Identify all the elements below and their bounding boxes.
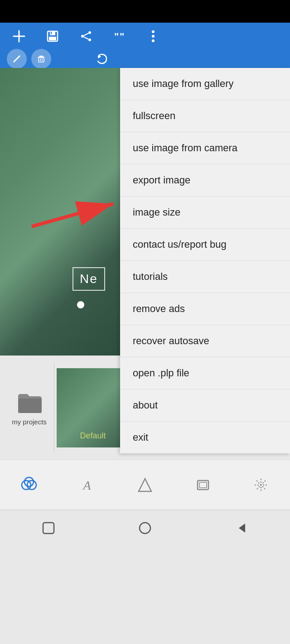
folder-icon: [16, 389, 43, 414]
nav-home-button[interactable]: [127, 514, 163, 542]
svg-point-15: [152, 39, 155, 42]
menu-item-fullscreen[interactable]: fullscreen: [120, 100, 290, 132]
delete-button[interactable]: [31, 49, 51, 69]
svg-rect-31: [199, 482, 207, 488]
menu-item-size[interactable]: image size: [120, 197, 290, 229]
share-button[interactable]: [76, 26, 96, 46]
svg-text:A: A: [82, 478, 91, 492]
menu-item-exit[interactable]: exit: [120, 422, 290, 453]
effects-tool-button[interactable]: [243, 467, 279, 503]
dropdown-menu: use image from gallery fullscreen use im…: [120, 68, 290, 453]
svg-point-37: [140, 523, 150, 533]
svg-rect-24: [18, 399, 42, 413]
menu-item-export[interactable]: export image: [120, 164, 290, 197]
menu-item-contact[interactable]: contact us/report bug: [120, 229, 290, 261]
my-projects-button[interactable]: my projects: [5, 362, 54, 453]
menu-item-tutorials[interactable]: tutorials: [120, 261, 290, 293]
top-toolbar: " ": [0, 23, 290, 68]
more-button[interactable]: [143, 26, 163, 46]
quote-button[interactable]: " ": [110, 26, 130, 46]
svg-point-13: [152, 30, 155, 33]
edit-button[interactable]: [7, 49, 27, 69]
svg-point-8: [81, 35, 84, 38]
svg-text:": ": [114, 31, 119, 42]
my-projects-label: my projects: [12, 418, 47, 426]
toolbar-row1: " ": [0, 23, 290, 50]
svg-rect-3: [50, 31, 55, 35]
save-button[interactable]: [43, 26, 63, 46]
template-default-label: Default: [80, 431, 106, 441]
svg-rect-4: [49, 37, 56, 40]
menu-item-camera[interactable]: use image from camera: [120, 132, 290, 164]
menu-item-about[interactable]: about: [120, 389, 290, 422]
menu-item-gallery[interactable]: use image from gallery: [120, 68, 290, 100]
shape-tool-button[interactable]: [127, 467, 163, 503]
text-tool-button[interactable]: A: [69, 467, 105, 503]
svg-point-14: [152, 35, 155, 38]
svg-marker-29: [139, 479, 151, 491]
add-button[interactable]: [9, 26, 29, 46]
svg-point-7: [88, 38, 91, 41]
menu-item-remove-ads[interactable]: remove ads: [120, 293, 290, 325]
nav-recent-button[interactable]: [30, 514, 67, 542]
svg-text:": ": [120, 31, 124, 42]
canvas-text: Ne: [80, 272, 98, 286]
status-bar: [0, 0, 290, 23]
svg-rect-36: [43, 523, 54, 533]
blend-tool-button[interactable]: [11, 467, 47, 503]
nav-back-button[interactable]: [223, 514, 260, 542]
undo-button[interactable]: [92, 49, 112, 69]
toolbar-row2: [0, 50, 290, 68]
svg-rect-5: [51, 32, 52, 34]
svg-rect-18: [39, 58, 44, 62]
svg-line-10: [84, 37, 88, 39]
template-default[interactable]: Default: [57, 368, 129, 447]
resize-handle[interactable]: [77, 301, 84, 308]
svg-point-6: [88, 31, 91, 34]
nav-bar: [0, 509, 290, 546]
canvas-text-element[interactable]: Ne: [72, 267, 105, 291]
svg-marker-38: [239, 524, 245, 533]
main-canvas-area: Ne use image from gallery fullscreen use…: [0, 68, 290, 356]
svg-line-9: [84, 34, 88, 36]
menu-item-plp[interactable]: open .plp file: [120, 357, 290, 389]
layer-tool-button[interactable]: [185, 467, 221, 503]
bottom-toolbar: A: [0, 460, 290, 509]
svg-rect-16: [39, 56, 43, 57]
menu-item-recover[interactable]: recover autosave: [120, 325, 290, 357]
